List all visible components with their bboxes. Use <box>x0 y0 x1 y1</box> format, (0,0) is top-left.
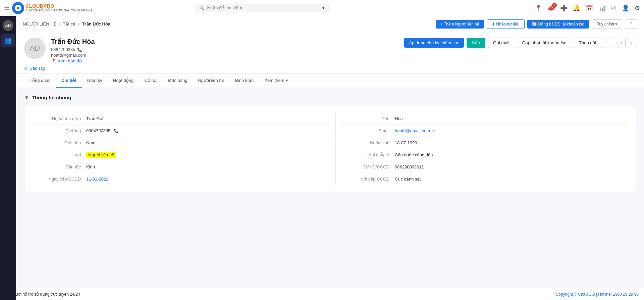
section-header: ▼ Thông tin chung <box>24 95 636 100</box>
value-gioi-tinh: Nam <box>86 140 330 145</box>
breadcrumb-sep1: > <box>58 21 61 27</box>
value-ten: Hòa <box>395 116 628 121</box>
label-gioi-tinh: Giới tính <box>33 140 86 145</box>
logo-main-text: CLOUDPRO <box>25 3 92 9</box>
breadcrumb-middle[interactable]: Tất cả <box>63 21 75 27</box>
info-right-column: Tên Hòa Email hoatd@gmail.com ✏ <box>341 113 628 185</box>
tab-hoat-dong[interactable]: Hoạt động <box>108 74 139 88</box>
logo-icon <box>12 2 24 14</box>
label-di-dong: Di động <box>33 128 86 133</box>
tab-nguoi-lien-he[interactable]: Người liên hệ <box>193 74 229 88</box>
chevron-down-icon: ▾ <box>615 22 617 27</box>
label-loai: Loại <box>33 152 86 157</box>
profile-header: AD Trần Đức Hòa 0384790335 📞 hoatd@gmail… <box>16 32 644 74</box>
tag-button[interactable]: 🏷 Gắn Tag <box>24 66 45 71</box>
chat-label: Bot hỗ trợ sử dụng trực tuyến 24/24 <box>15 292 80 297</box>
info-row-cmnd: CMND/CCCD 086290003611 <box>341 161 628 173</box>
info-row-ten: Tên Hòa <box>341 113 628 125</box>
notification-badge: 4 <box>552 3 557 8</box>
value-email: hoatd@gmail.com ✏ <box>395 128 628 133</box>
info-row-loai-giay-to: Loại giấy tờ Căn cước công dân <box>341 149 628 161</box>
search-input[interactable] <box>207 5 320 10</box>
breadcrumb-root[interactable]: NGƯỜI LIÊN HỆ <box>23 21 56 27</box>
tab-don-hang[interactable]: Đơn hàng <box>163 74 193 88</box>
tab-xem-them[interactable]: Xem thêm ▾ <box>259 74 293 88</box>
info-right-section: Tên Hòa Email hoatd@gmail.com ✏ <box>330 113 628 185</box>
tab-binh-luan[interactable]: Bình luận <box>230 74 259 88</box>
chat-support[interactable]: 💬 Bot hỗ trợ sử dụng trực tuyến 24/24 <box>5 290 80 298</box>
value-ngay-sinh: 18-07-1990 <box>395 140 628 145</box>
settings-icon[interactable]: ⚙ <box>635 4 640 12</box>
info-row-loai: Loại Người liên hệ <box>33 149 330 161</box>
value-di-dong: 0384790335 📞 <box>86 128 330 133</box>
hamburger-icon[interactable]: ☰ <box>4 4 9 12</box>
search-dropdown-icon[interactable]: ▾ <box>322 5 325 10</box>
info-row-ngay-sinh: Ngày sinh 18-07-1990 <box>341 137 628 149</box>
user-icon[interactable]: 👤 <box>622 4 629 12</box>
tag-icon: 🏷 <box>24 66 28 71</box>
logo: CLOUDPRO CHUYỂN ĐỔI SỐ CHUYÊN SÂU TỪNG N… <box>12 2 92 14</box>
profile-email: hoatd@gmail.com <box>51 53 399 58</box>
profile-location[interactable]: 📍 Xem bản đồ <box>51 58 399 63</box>
profile-info: Trần Đức Hòa 0384790335 📞 hoatd@gmail.co… <box>51 38 399 63</box>
profile-name: Trần Đức Hòa <box>51 38 399 46</box>
help-button[interactable]: ? <box>625 19 637 29</box>
edit-button[interactable]: Sửa <box>467 38 485 48</box>
section-title: Thông tin chung <box>32 95 71 100</box>
value-ngay-cap-cccd: 11-01-2022 <box>86 177 330 182</box>
tab-co-hoi[interactable]: Cơ hội <box>139 74 163 88</box>
label-ho-ten-dem: Họ và tên đệm <box>33 116 86 121</box>
customize-button[interactable]: Tùy chỉnh ▾ <box>592 19 623 29</box>
label-ngay-cap-cccd: Ngày cấp CCCD <box>33 177 86 182</box>
info-card: Họ và tên đệm Trần Đức Di động 038479033… <box>24 106 636 192</box>
sidebar-item-contacts[interactable]: 👥 <box>1 34 15 47</box>
value-noi-cap-cccd: Cục cảnh sát <box>395 177 628 182</box>
next-arrow-button[interactable]: › <box>627 38 636 48</box>
navbar-right: 📍 📣 4 ➕ 🔔 📅 📊 ☑ 👤 ⚙ <box>535 4 640 12</box>
map-pin-icon: 📍 <box>51 58 56 63</box>
info-row-ngay-cap-cccd: Ngày cấp CCCD 11-01-2022 <box>33 173 330 185</box>
info-row-ho-ten-dem: Họ và tên đệm Trần Đức <box>33 113 330 125</box>
tab-chi-tiet[interactable]: Chi tiết <box>56 74 82 88</box>
notification-icon[interactable]: 📣 4 <box>547 4 555 12</box>
navbar: ☰ CLOUDPRO CHUYỂN ĐỔI SỐ CHUYÊN SÂU TỪNG… <box>0 0 644 16</box>
content-area: ▼ Thông tin chung Họ và tên đệm Trần Đức… <box>16 88 644 300</box>
apply-care-cycle-button[interactable]: Áp dụng chu kỳ chăm sóc <box>404 38 464 48</box>
sync-button[interactable]: 🔄 Đồng bộ DS tài khoản Isc <box>527 20 589 29</box>
footer: 💬 Bot hỗ trợ sử dụng trực tuyến 24/24 Co… <box>0 288 644 300</box>
chart-icon[interactable]: 📊 <box>598 4 606 12</box>
value-dan-toc: Kinh <box>86 164 330 169</box>
label-ngay-sinh: Ngày sinh <box>341 140 395 145</box>
label-cmnd: CMND/CCCD <box>341 164 395 169</box>
profile-top: AD Trần Đức Hòa 0384790335 📞 hoatd@gmail… <box>24 38 636 63</box>
di-dong-phone-icon[interactable]: 📞 <box>114 129 119 133</box>
info-left-column: Họ và tên đệm Trần Đức Di động 038479033… <box>33 113 330 185</box>
send-mail-button[interactable]: Gửi mail <box>488 38 514 48</box>
label-noi-cap-cccd: Nơi cấp CCCD <box>341 177 395 182</box>
search-bar[interactable]: 🔍 ▾ <box>195 4 329 12</box>
update-isc-button[interactable]: Cập nhật tài khoản Isc <box>517 38 571 48</box>
breadcrumb: NGƯỜI LIÊN HỆ > Tất cả > Trần Đức Hòa <box>23 21 110 27</box>
section-toggle-icon[interactable]: ▼ <box>24 95 29 100</box>
calendar-icon[interactable]: 📅 <box>586 4 593 12</box>
tab-nhat-ky[interactable]: Nhật ký <box>82 74 108 88</box>
add-icon[interactable]: ➕ <box>560 4 568 12</box>
info-row-noi-cap-cccd: Nơi cấp CCCD Cục cảnh sát <box>341 173 628 185</box>
more-actions-button[interactable]: ⋮ <box>604 38 614 48</box>
prev-arrow-button[interactable]: ‹ <box>617 38 626 48</box>
phone-icon[interactable]: 📞 <box>77 47 82 52</box>
label-email: Email <box>341 128 395 133</box>
task-icon[interactable]: ☑ <box>611 4 616 12</box>
tab-tong-quan[interactable]: Tổng quan <box>24 74 56 88</box>
add-contact-button[interactable]: + Thêm Người liên hệ <box>436 20 484 29</box>
follow-button[interactable]: Theo dõi <box>574 38 601 48</box>
navbar-left: ☰ CLOUDPRO CHUYỂN ĐỔI SỐ CHUYÊN SÂU TỪNG… <box>4 2 92 14</box>
bell-icon[interactable]: 🔔 <box>573 4 580 12</box>
sidebar-avatar: AD <box>3 20 13 31</box>
sync-icon: 🔄 <box>532 22 537 27</box>
edit-email-icon[interactable]: ✏ <box>432 128 436 133</box>
location-icon[interactable]: 📍 <box>535 4 542 12</box>
import-data-button[interactable]: ⬇ Nhập dữ liệu <box>487 19 525 29</box>
info-row-gioi-tinh: Giới tính Nam <box>33 137 330 149</box>
value-loai: Người liên hệ <box>86 152 330 157</box>
